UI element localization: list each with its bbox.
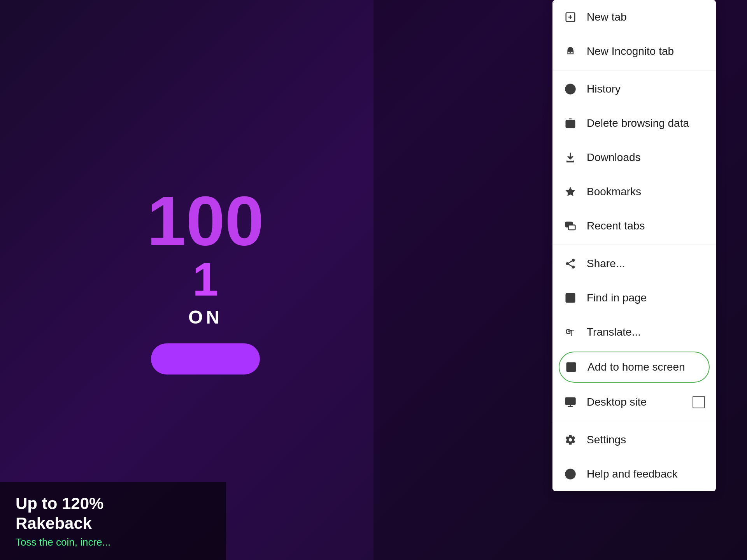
- translate-icon: GT: [563, 325, 577, 339]
- add-home-icon: [564, 360, 578, 374]
- menu-label-history: History: [587, 83, 621, 95]
- find-icon: [563, 291, 577, 305]
- menu-label-downloads: Downloads: [587, 151, 641, 164]
- menu-label-translate: Translate...: [587, 326, 641, 338]
- menu-item-new-incognito-tab[interactable]: New Incognito tab: [552, 34, 716, 68]
- help-icon: [563, 467, 577, 481]
- share-icon: [563, 257, 577, 271]
- menu-item-new-tab[interactable]: New tab: [552, 0, 716, 34]
- menu-label-desktop-site: Desktop site: [587, 396, 647, 408]
- bg-content: 100 1 ON Up to 120%Rakeback Toss the coi…: [0, 0, 411, 560]
- menu-label-new-tab: New tab: [587, 11, 627, 23]
- trash-icon: [563, 116, 577, 130]
- bg-number: 100: [147, 186, 264, 256]
- menu-item-share[interactable]: Share...: [552, 247, 716, 281]
- bg-on: ON: [188, 306, 223, 328]
- svg-point-17: [566, 262, 569, 265]
- menu-item-settings[interactable]: Settings: [552, 423, 716, 457]
- menu-item-find-in-page[interactable]: Find in page: [552, 281, 716, 315]
- menu-item-add-to-home-screen[interactable]: Add to home screen: [559, 352, 710, 383]
- menu-label-find-in-page: Find in page: [587, 292, 647, 304]
- menu-item-help-and-feedback[interactable]: Help and feedback: [552, 457, 716, 491]
- menu-item-bookmarks[interactable]: Bookmarks: [552, 175, 716, 209]
- settings-icon: [563, 433, 577, 447]
- menu-divider: [552, 245, 716, 245]
- bg-rakeback-text: Up to 120%Rakeback: [16, 494, 210, 533]
- svg-point-16: [572, 259, 575, 262]
- menu-label-delete-browsing-data: Delete browsing data: [587, 117, 689, 130]
- history-icon: [563, 82, 577, 96]
- svg-line-19: [569, 264, 572, 266]
- menu-item-desktop-site[interactable]: Desktop site: [552, 385, 716, 419]
- svg-rect-30: [566, 398, 575, 405]
- menu-label-bookmarks: Bookmarks: [587, 186, 641, 198]
- menu-item-downloads[interactable]: Downloads: [552, 140, 716, 175]
- menu-label-recent-tabs: Recent tabs: [587, 220, 645, 232]
- incognito-icon: [563, 44, 577, 58]
- menu-item-history[interactable]: History: [552, 72, 716, 106]
- bg-toss-text: Toss the coin, incre...: [16, 536, 210, 548]
- svg-point-18: [572, 266, 575, 269]
- plus-box-icon: [563, 10, 577, 24]
- bg-sub: 1: [193, 256, 219, 303]
- menu-item-recent-tabs[interactable]: Recent tabs: [552, 209, 716, 243]
- menu-item-delete-browsing-data[interactable]: Delete browsing data: [552, 106, 716, 140]
- menu-label-share: Share...: [587, 257, 625, 270]
- svg-point-6: [571, 52, 573, 53]
- menu-item-translate[interactable]: GTTranslate...: [552, 315, 716, 349]
- menu-item-add-to-home-screen-wrapper: Add to home screen: [552, 349, 716, 385]
- desktop-icon: [563, 395, 577, 409]
- menu-divider: [552, 421, 716, 421]
- menu-label-new-incognito-tab: New Incognito tab: [587, 45, 674, 58]
- menu-divider: [552, 70, 716, 70]
- menu-label-settings: Settings: [587, 434, 626, 446]
- svg-marker-13: [566, 187, 575, 196]
- svg-text:T: T: [570, 330, 573, 335]
- svg-rect-4: [567, 51, 574, 54]
- bg-play-button: [151, 343, 260, 374]
- menu-label-add-to-home-screen: Add to home screen: [587, 361, 685, 373]
- context-menu: New tabNew Incognito tabHistoryDelete br…: [552, 0, 716, 491]
- svg-line-20: [569, 261, 572, 263]
- menu-checkbox-desktop-site[interactable]: [693, 396, 705, 408]
- svg-point-34: [570, 476, 571, 477]
- downloads-icon: [563, 150, 577, 164]
- svg-point-5: [568, 52, 570, 53]
- recent-tabs-icon: [563, 219, 577, 233]
- svg-rect-15: [568, 225, 575, 230]
- star-icon: [563, 185, 577, 199]
- bg-banner: Up to 120%Rakeback Toss the coin, incre.…: [0, 482, 226, 560]
- menu-label-help-and-feedback: Help and feedback: [587, 468, 678, 480]
